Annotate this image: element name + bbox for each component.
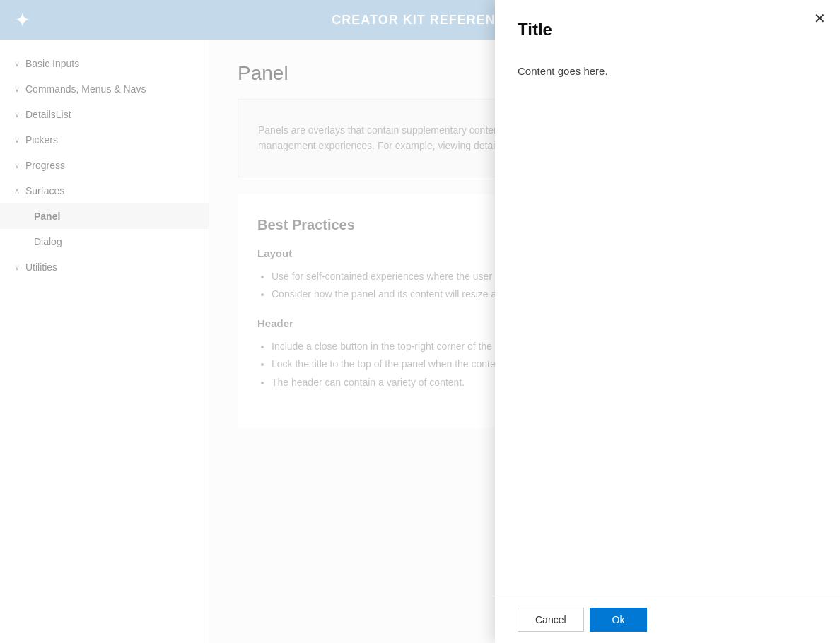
- dialog-panel: Title ✕ Content goes here. Cancel Ok: [495, 0, 840, 643]
- dialog-title: Title: [518, 20, 817, 40]
- dialog-header: Title ✕: [495, 0, 840, 51]
- dialog-footer: Cancel Ok: [495, 596, 840, 643]
- dialog-content-text: Content goes here.: [518, 65, 608, 77]
- close-icon: ✕: [814, 11, 826, 26]
- ok-button[interactable]: Ok: [590, 608, 648, 632]
- cancel-button[interactable]: Cancel: [518, 608, 584, 632]
- dialog-close-button[interactable]: ✕: [814, 11, 826, 25]
- dialog-content: Content goes here.: [495, 51, 840, 596]
